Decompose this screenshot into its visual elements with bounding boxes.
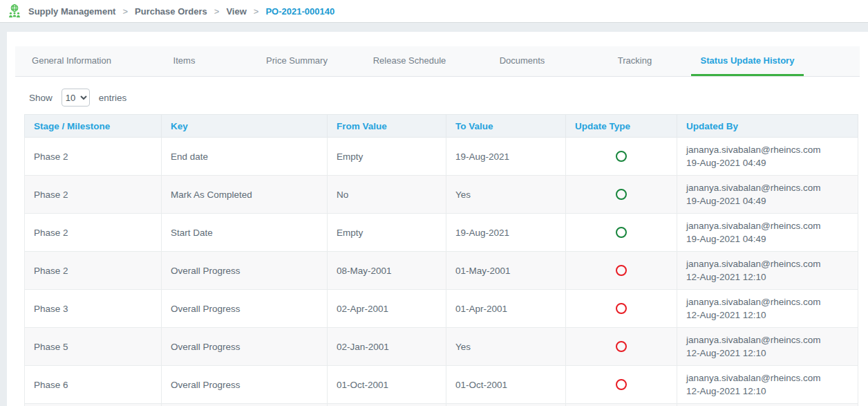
table-row: Phase 6 Overall Progress 01-Oct-2001 01-… — [25, 366, 858, 404]
column-header[interactable]: To Value — [446, 115, 566, 138]
cell-updated-by: jananya.sivabalan@rheincs.com 12-Aug-202… — [677, 328, 858, 366]
tab-label: Tracking — [618, 55, 652, 66]
content-card: General Information Items Price Summary … — [7, 32, 868, 406]
cell-stage-milestone: Phase 2 — [25, 252, 162, 290]
breadcrumb-current-po-number: PO-2021-000140 — [265, 6, 334, 17]
tab-bar: General Information Items Price Summary … — [15, 46, 860, 77]
cell-updated-by: jananya.sivabalan@rheincs.com 12-Aug-202… — [677, 252, 858, 290]
cell-updated-by: jananya.sivabalan@rheincs.com 19-Aug-202… — [677, 138, 858, 176]
tab[interactable]: Status Update History — [691, 46, 804, 76]
cell-updated-by: jananya.sivabalan@rheincs.com 19-Aug-202… — [677, 214, 858, 252]
cell-key: Overall Progress — [162, 252, 328, 290]
updated-at-timestamp: 12-Aug-2021 12:10 — [686, 308, 855, 322]
table-header-row: Stage / Milestone Key From Value To Valu… — [25, 115, 858, 138]
column-header[interactable]: From Value — [328, 115, 446, 138]
tab-label: Items — [173, 55, 196, 66]
cell-stage-milestone: Phase 3 — [25, 290, 162, 328]
cell-from-value: 02-Jan-2001 — [328, 328, 446, 366]
updated-at-timestamp: 12-Aug-2021 12:10 — [686, 347, 855, 360]
update-type-status-icon — [616, 265, 627, 276]
cell-key: Mark As Completed — [162, 176, 328, 214]
tab-label: Documents — [500, 55, 545, 66]
breadcrumb-supply-management[interactable]: Supply Management — [28, 6, 115, 17]
cell-to-value: 01-Oct-2001 — [446, 366, 566, 404]
update-type-status-icon — [616, 227, 627, 238]
cell-from-value: 08-May-2001 — [328, 252, 446, 290]
column-header[interactable]: Key — [162, 115, 328, 138]
tab[interactable]: Release Schedule — [353, 46, 466, 76]
table-row: Phase 2 Start Date Empty 19-Aug-2021 jan… — [25, 214, 858, 252]
cell-from-value: 01-Oct-2001 — [328, 366, 446, 404]
tab[interactable]: Documents — [466, 46, 578, 76]
tab[interactable]: Items — [128, 46, 240, 76]
table-row — [25, 404, 858, 406]
cell-update-type — [566, 404, 677, 406]
cell-key: Overall Progress — [162, 328, 328, 366]
updated-by-email: jananya.sivabalan@rheincs.com — [686, 181, 855, 194]
cell-from-value: Empty — [328, 214, 446, 252]
column-header[interactable]: Updated By — [677, 115, 858, 138]
updated-by-email: jananya.sivabalan@rheincs.com — [686, 295, 855, 308]
show-label: Show — [29, 93, 53, 103]
entries-per-page-select[interactable]: 10 — [62, 89, 90, 107]
column-header[interactable]: Update Type — [566, 115, 677, 138]
entries-label: entries — [99, 93, 127, 103]
update-type-status-icon — [616, 151, 627, 162]
tab-label: Release Schedule — [373, 55, 446, 66]
update-type-status-icon — [616, 379, 627, 390]
cell-stage-milestone — [25, 404, 162, 406]
updated-at-timestamp: 12-Aug-2021 12:10 — [686, 385, 855, 398]
cell-to-value: Yes — [446, 328, 566, 366]
cell-to-value: Yes — [446, 176, 566, 214]
cell-stage-milestone: Phase 2 — [25, 214, 162, 252]
tab-label: Price Summary — [266, 55, 328, 66]
table-row: Phase 2 End date Empty 19-Aug-2021 janan… — [25, 138, 858, 176]
cell-stage-milestone: Phase 2 — [25, 138, 162, 176]
cell-stage-milestone: Phase 6 — [25, 366, 162, 404]
cell-update-type — [566, 366, 677, 404]
cell-stage-milestone: Phase 5 — [25, 328, 162, 366]
cell-key: Overall Progress — [162, 366, 328, 404]
breadcrumb-separator-icon: > — [214, 6, 220, 17]
cell-update-type — [566, 138, 677, 176]
cell-updated-by — [677, 404, 858, 406]
entries-control: Show 10 entries — [29, 89, 868, 107]
cell-updated-by: jananya.sivabalan@rheincs.com 19-Aug-202… — [677, 176, 858, 214]
cell-to-value: 01-Apr-2001 — [446, 290, 566, 328]
cell-from-value: Empty — [328, 138, 446, 176]
table-header: Stage / Milestone Key From Value To Valu… — [25, 115, 858, 138]
breadcrumb-purchase-orders[interactable]: Purchase Orders — [135, 6, 207, 17]
tab[interactable]: Price Summary — [240, 46, 353, 76]
update-type-status-icon — [616, 303, 627, 314]
cell-to-value: 01-May-2001 — [446, 252, 566, 290]
update-type-status-icon — [616, 341, 627, 352]
tab[interactable]: Tracking — [578, 46, 691, 76]
cell-update-type — [566, 252, 677, 290]
cell-update-type — [566, 214, 677, 252]
cell-key: Overall Progress — [162, 290, 328, 328]
table-body: Phase 2 End date Empty 19-Aug-2021 janan… — [25, 138, 858, 406]
supply-management-icon — [7, 3, 22, 19]
cell-to-value: 19-Aug-2021 — [446, 138, 566, 176]
cell-key: Start Date — [162, 214, 328, 252]
breadcrumb: Supply Management > Purchase Orders > Vi… — [28, 6, 334, 17]
table-row: Phase 3 Overall Progress 02-Apr-2001 01-… — [25, 290, 858, 328]
updated-by-email: jananya.sivabalan@rheincs.com — [686, 333, 855, 347]
table-row: Phase 2 Mark As Completed No Yes jananya… — [25, 176, 858, 214]
updated-at-timestamp: 19-Aug-2021 04:49 — [686, 194, 855, 207]
update-type-status-icon — [616, 189, 627, 200]
status-update-history-table: Stage / Milestone Key From Value To Valu… — [24, 114, 858, 406]
updated-at-timestamp: 19-Aug-2021 04:49 — [686, 156, 855, 169]
breadcrumb-separator-icon: > — [254, 6, 259, 17]
column-header[interactable]: Stage / Milestone — [25, 115, 162, 138]
top-bar: Supply Management > Purchase Orders > Vi… — [0, 0, 868, 23]
tab[interactable]: General Information — [15, 46, 128, 76]
cell-update-type — [566, 328, 677, 366]
cell-from-value: 02-Apr-2001 — [328, 290, 446, 328]
cell-to-value: 19-Aug-2021 — [446, 214, 566, 252]
status-update-history-table-wrap: Stage / Milestone Key From Value To Valu… — [24, 114, 858, 406]
tab-label: General Information — [32, 55, 111, 66]
breadcrumb-view[interactable]: View — [226, 6, 246, 17]
updated-by-email: jananya.sivabalan@rheincs.com — [686, 219, 855, 232]
cell-stage-milestone: Phase 2 — [25, 176, 162, 214]
